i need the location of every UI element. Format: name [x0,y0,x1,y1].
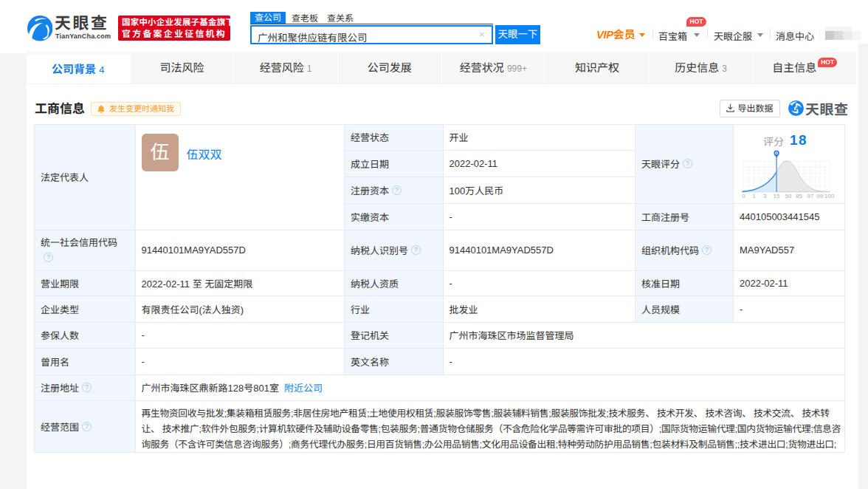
svg-text:85: 85 [796,193,802,199]
svg-text:1: 1 [752,193,756,199]
svg-text:3: 3 [763,193,767,199]
svg-text:50: 50 [785,193,791,199]
svg-text:0: 0 [742,193,745,199]
svg-text:99: 99 [816,193,823,199]
svg-text:15: 15 [774,193,780,199]
svg-text:100: 100 [824,193,835,199]
svg-text:97: 97 [807,193,813,199]
